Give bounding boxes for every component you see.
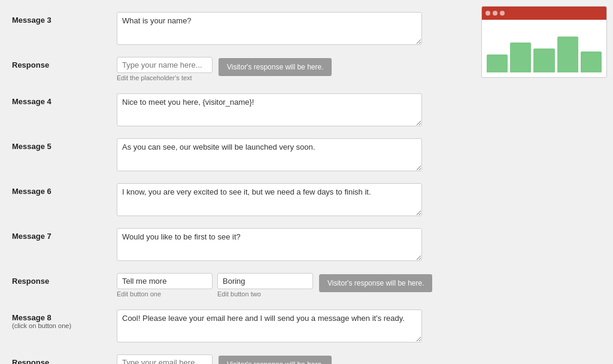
button-one-input-response2[interactable] (117, 273, 213, 289)
message-textarea-message7[interactable] (117, 228, 422, 261)
two-inputs-response2: Edit button oneEdit button two (117, 273, 313, 298)
chart-bar (510, 43, 531, 72)
sidebar (475, 0, 613, 364)
row-content-response3: Edit the placeholder's textVisitor's res… (117, 354, 463, 364)
message-textarea-message8[interactable] (117, 310, 422, 342)
edit-hint-one-response2: Edit button one (117, 290, 213, 298)
row-content-message3 (117, 12, 463, 45)
row-label-message7: Message 7 (12, 228, 117, 241)
response-input-response1[interactable] (117, 57, 213, 73)
message-textarea-message4[interactable] (117, 93, 422, 126)
edit-hint-two-response2: Edit button two (217, 290, 313, 298)
row-label-message4: Message 4 (12, 93, 117, 106)
row-response3: ResponseEdit the placeholder's textVisit… (12, 348, 463, 364)
row-label-message3: Message 3 (12, 12, 117, 25)
row-content-message5 (117, 138, 463, 171)
chart-bar (533, 48, 554, 72)
row-label-response1: Response (12, 57, 117, 69)
visitor-response-button-response2[interactable]: Visitor's response will be here. (319, 274, 432, 292)
response-input-response3[interactable] (117, 354, 213, 364)
response-inputs-response1: Edit the placeholder's text (117, 57, 213, 81)
chart-bar (487, 54, 508, 72)
message-textarea-message6[interactable] (117, 183, 422, 216)
row-message7: Message 7 (12, 222, 463, 267)
row-label-response3: Response (12, 354, 117, 364)
response-area-response2: Edit button oneEdit button twoVisitor's … (117, 273, 463, 298)
row-message8: Message 8(click on button one) (12, 304, 463, 348)
visitor-response-button-response1[interactable]: Visitor's response will be here. (219, 58, 332, 76)
sidebar-image (481, 6, 607, 78)
response-inputs-response3: Edit the placeholder's text (117, 354, 213, 364)
response-area-response3: Edit the placeholder's textVisitor's res… (117, 354, 463, 364)
row-response1: ResponseEdit the placeholder's textVisit… (12, 51, 463, 87)
row-label-message6: Message 6 (12, 183, 117, 196)
row-message4: Message 4 (12, 87, 463, 132)
button-one-col: Edit button one (117, 273, 213, 298)
message-textarea-message3[interactable] (117, 12, 422, 45)
row-message6: Message 6 (12, 177, 463, 222)
row-label-message5: Message 5 (12, 138, 117, 151)
row-message3: Message 3 (12, 6, 463, 51)
row-label-response2: Response (12, 273, 117, 286)
button-two-input-response2[interactable] (217, 273, 313, 289)
button-two-col-response2: Edit button two (217, 273, 313, 298)
visitor-response-button-response3[interactable]: Visitor's response will be here. (219, 356, 332, 364)
row-content-message8 (117, 310, 463, 342)
row-content-message6 (117, 183, 463, 216)
edit-hint-response1: Edit the placeholder's text (117, 74, 213, 81)
row-message5: Message 5 (12, 132, 463, 177)
chart-bar (557, 37, 578, 72)
main-content: Message 3ResponseEdit the placeholder's … (0, 0, 475, 364)
row-content-message7 (117, 228, 463, 261)
chart-bar (581, 51, 602, 72)
row-sub-label-message8: (click on button one) (12, 322, 117, 329)
row-response2: ResponseEdit button oneEdit button twoVi… (12, 267, 463, 304)
row-label-message8: Message 8(click on button one) (12, 310, 117, 329)
response-area-response1: Edit the placeholder's textVisitor's res… (117, 57, 463, 81)
row-content-response1: Edit the placeholder's textVisitor's res… (117, 57, 463, 81)
row-content-response2: Edit button oneEdit button twoVisitor's … (117, 273, 463, 298)
row-content-message4 (117, 93, 463, 126)
message-textarea-message5[interactable] (117, 138, 422, 171)
